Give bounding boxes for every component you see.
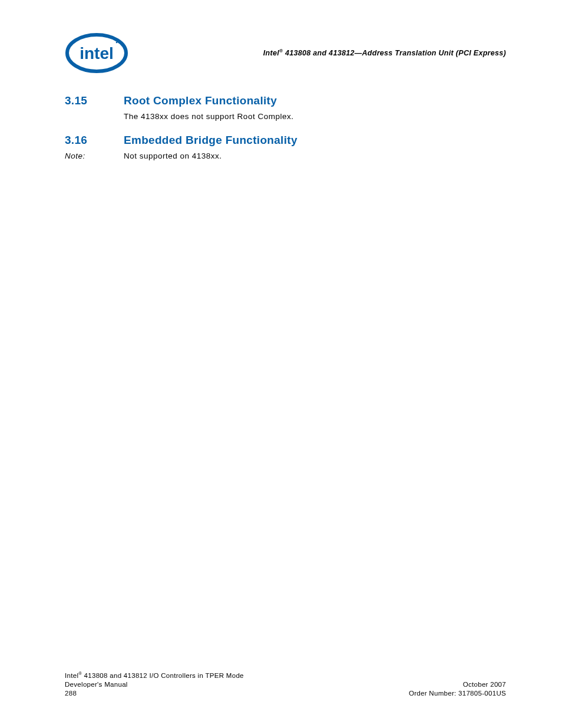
section-body-315: The 4138xx does not support Root Complex… — [65, 112, 506, 121]
footer-manual-title: Developer's Manual — [65, 680, 244, 690]
footer-date: October 2007 — [409, 680, 506, 690]
header-brand: Intel — [263, 50, 279, 58]
footer-order-number: Order Number: 317805-001US — [409, 689, 506, 699]
footer-product-rest: 413808 and 413812 I/O Controllers in TPE… — [82, 671, 244, 678]
svg-point-2 — [116, 42, 118, 44]
footer-left: Intel® 413808 and 413812 I/O Controllers… — [65, 671, 244, 699]
header-doc-title: Intel® 413808 and 413812—Address Transla… — [263, 48, 506, 57]
footer-page-number: 288 — [65, 689, 244, 699]
section-heading-316: 3.16 Embedded Bridge Functionality — [65, 134, 506, 147]
header-rest: 413808 and 413812—Address Translation Un… — [283, 50, 506, 58]
footer-product-line: Intel® 413808 and 413812 I/O Controllers… — [65, 671, 244, 680]
section-title: Embedded Bridge Functionality — [124, 134, 297, 147]
page-footer: Intel® 413808 and 413812 I/O Controllers… — [65, 671, 506, 699]
section-number: 3.16 — [65, 134, 124, 147]
section-body-316: Note: Not supported on 4138xx. — [65, 151, 506, 160]
page-header: intel Intel® 413808 and 413812—Address T… — [65, 32, 506, 74]
section-number: 3.15 — [65, 94, 124, 107]
footer-right: October 2007 Order Number: 317805-001US — [409, 680, 506, 699]
body-text: Not supported on 4138xx. — [124, 151, 222, 160]
intel-logo: intel — [65, 32, 128, 74]
section-title: Root Complex Functionality — [124, 94, 277, 107]
svg-text:intel: intel — [80, 44, 114, 62]
note-label: Note: — [65, 151, 124, 160]
section-heading-315: 3.15 Root Complex Functionality — [65, 94, 506, 107]
body-text: The 4138xx does not support Root Complex… — [124, 112, 293, 121]
footer-brand: Intel — [65, 671, 78, 678]
